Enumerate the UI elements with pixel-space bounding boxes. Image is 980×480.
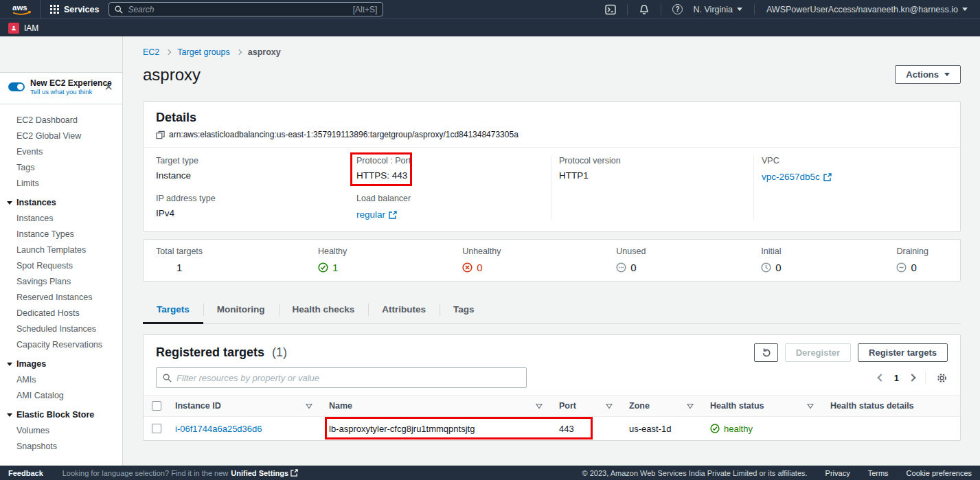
account-menu[interactable]: AWSPowerUserAccess/navaneeth.kn@harness.… xyxy=(761,0,973,19)
sidebar-item-ec2-dashboard[interactable]: EC2 Dashboard xyxy=(0,113,122,128)
sidebar-item-snapshots[interactable]: Snapshots xyxy=(0,439,122,455)
sidebar-item-scheduled-instances[interactable]: Scheduled Instances xyxy=(0,321,122,337)
sidebar-item-savings-plans[interactable]: Savings Plans xyxy=(0,274,122,290)
target-port: 443 xyxy=(559,424,574,434)
tab-health-checks[interactable]: Health checks xyxy=(279,297,369,323)
register-targets-button[interactable]: Register targets xyxy=(858,343,948,362)
sort-icon xyxy=(807,403,814,409)
protocol-version-value: HTTP1 xyxy=(559,170,744,181)
page-header: asproxy Actions xyxy=(143,65,961,84)
previous-page-icon[interactable] xyxy=(877,374,885,381)
row-checkbox[interactable] xyxy=(152,424,161,433)
column-header-zone[interactable]: Zone xyxy=(621,401,702,411)
gear-icon[interactable] xyxy=(936,372,948,384)
breadcrumb: EC2 Target groups asproxy xyxy=(143,36,961,57)
external-link-icon xyxy=(389,211,397,219)
sidebar-item-events[interactable]: Events xyxy=(0,144,122,160)
cloudshell-terminal-icon xyxy=(605,4,616,15)
filter-box[interactable] xyxy=(156,367,527,388)
favorites-bar: IAM xyxy=(0,19,980,36)
sidebar-item-volumes[interactable]: Volumes xyxy=(0,423,122,439)
deregister-button[interactable]: Deregister xyxy=(785,343,851,362)
cloudshell-button[interactable] xyxy=(600,0,621,19)
target-type-label: Target type xyxy=(156,156,334,165)
current-page[interactable]: 1 xyxy=(894,373,899,383)
sidebar-item-ami-catalog[interactable]: AMI Catalog xyxy=(0,388,122,404)
services-menu-button[interactable]: Services xyxy=(41,0,109,19)
divider xyxy=(661,4,661,15)
column-label: Name xyxy=(329,401,352,411)
sidebar-item-ec2-global-view[interactable]: EC2 Global View xyxy=(0,128,122,144)
sidebar-item-launch-templates[interactable]: Launch Templates xyxy=(0,242,122,258)
deregister-label: Deregister xyxy=(796,347,840,358)
column-header-health-status[interactable]: Health status xyxy=(702,401,822,411)
ip-address-type-label: IP address type xyxy=(156,194,334,203)
load-balancer-link[interactable]: regular xyxy=(356,209,397,220)
sidebar-item-limits[interactable]: Limits xyxy=(0,176,122,192)
protocol-version-label: Protocol version xyxy=(559,156,744,165)
divider xyxy=(754,4,755,15)
initial-count: Initial 0 xyxy=(761,247,781,281)
sidebar-item-capacity-reservations[interactable]: Capacity Reservations xyxy=(0,337,122,353)
column-header-name[interactable]: Name xyxy=(321,401,551,411)
sidebar-item-instances[interactable]: Instances xyxy=(0,211,122,227)
sort-icon xyxy=(687,403,694,409)
instance-id-link[interactable]: i-06f1744a6a25d36d6 xyxy=(175,424,262,434)
filter-input[interactable] xyxy=(176,373,520,383)
aws-logo-icon: aws xyxy=(10,2,34,17)
actions-button[interactable]: Actions xyxy=(895,65,961,84)
help-button[interactable] xyxy=(668,0,688,19)
breadcrumb-target-groups[interactable]: Target groups xyxy=(177,47,229,57)
sidebar-item-amis[interactable]: AMIs xyxy=(0,372,122,388)
tab-monitoring[interactable]: Monitoring xyxy=(203,297,279,323)
chevron-down-icon xyxy=(944,73,950,76)
vpc-link[interactable]: vpc-2657db5c xyxy=(762,172,832,182)
cookie-preferences-link[interactable]: Cookie preferences xyxy=(907,469,972,477)
column-header-instance-id[interactable]: Instance ID xyxy=(170,401,321,411)
global-search[interactable]: [Alt+S] xyxy=(109,2,383,16)
new-experience-title: New EC2 Experience xyxy=(30,78,115,88)
next-page-icon[interactable] xyxy=(908,374,915,381)
sidebar-item-spot-requests[interactable]: Spot Requests xyxy=(0,258,122,274)
search-input[interactable] xyxy=(128,5,347,14)
favorite-iam-link[interactable]: IAM xyxy=(8,23,38,34)
tab-attributes[interactable]: Attributes xyxy=(368,297,440,323)
new-experience-toggle[interactable] xyxy=(8,82,25,91)
ec2-sidebar: New EC2 Experience Tell us what you thin… xyxy=(0,36,123,466)
column-label: Health status xyxy=(710,401,764,411)
divider xyxy=(627,4,628,15)
feedback-link[interactable]: Feedback xyxy=(8,469,43,477)
unhealthy-value: 0 xyxy=(477,262,482,273)
health-status: healthy xyxy=(710,424,753,434)
close-icon[interactable] xyxy=(104,81,113,93)
initial-value: 0 xyxy=(775,262,781,273)
refresh-button[interactable] xyxy=(754,343,778,362)
sidebar-section-instances[interactable]: Instances xyxy=(0,192,122,211)
sidebar-nav: EC2 Dashboard EC2 Global View Events Tag… xyxy=(0,104,122,455)
sidebar-section-elastic-block-store[interactable]: Elastic Block Store xyxy=(0,404,122,423)
privacy-link[interactable]: Privacy xyxy=(825,469,850,477)
help-icon xyxy=(672,4,683,14)
new-experience-feedback-link[interactable]: Tell us what you think xyxy=(30,88,115,95)
column-label: Instance ID xyxy=(175,401,221,411)
tab-tags[interactable]: Tags xyxy=(440,297,488,323)
terms-link[interactable]: Terms xyxy=(868,469,889,477)
region-selector[interactable]: N. Virginia xyxy=(688,0,748,19)
unified-settings-link[interactable]: Unified Settings xyxy=(231,469,298,477)
sidebar-item-tags[interactable]: Tags xyxy=(0,160,122,176)
column-header-port[interactable]: Port xyxy=(551,401,621,411)
copy-icon[interactable] xyxy=(156,130,165,139)
notifications-button[interactable] xyxy=(634,0,654,19)
select-all-checkbox[interactable] xyxy=(152,401,161,411)
sidebar-item-reserved-instances[interactable]: Reserved Instances xyxy=(0,290,122,306)
breadcrumb-ec2[interactable]: EC2 xyxy=(143,47,159,57)
tab-targets[interactable]: Targets xyxy=(143,297,203,323)
main-content: EC2 Target groups asproxy asproxy Action… xyxy=(124,36,980,466)
aws-logo[interactable]: aws xyxy=(7,2,40,17)
chevron-down-icon xyxy=(7,363,12,366)
sidebar-item-dedicated-hosts[interactable]: Dedicated Hosts xyxy=(0,306,122,321)
sidebar-section-images[interactable]: Images xyxy=(0,353,122,372)
sidebar-item-instance-types[interactable]: Instance Types xyxy=(0,227,122,242)
breadcrumb-current: asproxy xyxy=(248,47,281,57)
targets-table: Instance ID Name Port Zone xyxy=(144,395,960,440)
